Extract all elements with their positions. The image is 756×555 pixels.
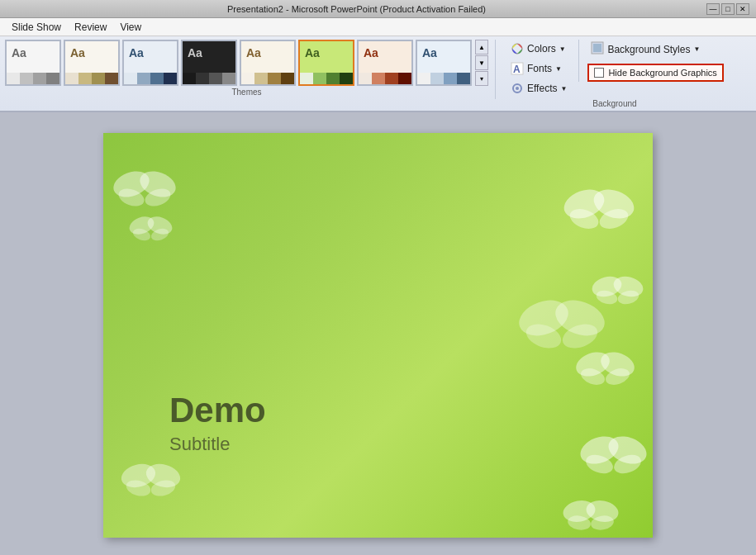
- effects-dropdown-icon: ▼: [560, 85, 567, 92]
- bg-styles-group: Background Styles ▼ Hide Background Grap…: [578, 40, 723, 82]
- colors-icon: [511, 42, 524, 55]
- slide-subtitle[interactable]: Subtitle: [169, 434, 266, 455]
- background-label: Background: [506, 97, 724, 111]
- theme-thumb-2[interactable]: Aa: [64, 40, 120, 86]
- theme-thumb-5[interactable]: Aa: [240, 40, 296, 86]
- main-area: Demo Subtitle: [0, 112, 756, 555]
- title-bar: Presentation2 - Microsoft PowerPoint (Pr…: [0, 0, 756, 18]
- theme-thumb-4[interactable]: Aa: [181, 40, 237, 86]
- theme-thumb-6[interactable]: Aa: [298, 40, 354, 86]
- bg-styles-label: Background Styles: [607, 44, 690, 55]
- theme-thumb-8[interactable]: Aa: [416, 40, 472, 86]
- hide-bg-button[interactable]: Hide Background Graphics: [587, 64, 723, 82]
- maximize-button[interactable]: □: [721, 3, 735, 15]
- menu-view[interactable]: View: [113, 20, 148, 35]
- background-section: Colors ▼ A Fonts ▼: [499, 40, 724, 111]
- theme-thumb-1[interactable]: Aa: [5, 40, 61, 86]
- scroll-more-button[interactable]: ▾: [475, 71, 488, 86]
- menu-bar: Slide Show Review View: [0, 18, 756, 36]
- scroll-up-button[interactable]: ▲: [475, 40, 488, 55]
- svg-rect-6: [593, 44, 601, 52]
- ribbon: Aa Aa: [0, 36, 756, 112]
- effects-label: Effects: [527, 83, 557, 94]
- colors-button[interactable]: Colors ▼: [506, 40, 572, 58]
- fonts-icon: A: [511, 62, 524, 75]
- hide-bg-checkbox[interactable]: [594, 68, 604, 78]
- title-bar-text: Presentation2 - Microsoft PowerPoint (Pr…: [7, 4, 706, 14]
- menu-review[interactable]: Review: [68, 20, 113, 35]
- themes-label: Themes: [5, 86, 488, 99]
- slide-title[interactable]: Demo: [169, 391, 266, 430]
- bg-styles-icon: [591, 41, 604, 57]
- svg-text:A: A: [513, 64, 521, 75]
- effects-icon: [511, 82, 524, 95]
- menu-slideshow[interactable]: Slide Show: [5, 20, 68, 35]
- colors-label: Colors: [527, 43, 556, 55]
- fonts-button[interactable]: A Fonts ▼: [506, 59, 572, 78]
- theme-thumb-7[interactable]: Aa: [357, 40, 413, 86]
- colors-dropdown-icon: ▼: [559, 45, 566, 53]
- svg-point-4: [516, 87, 519, 90]
- themes-section: Aa Aa: [5, 40, 496, 99]
- fonts-label: Fonts: [527, 63, 552, 74]
- bg-styles-dropdown-icon: ▼: [693, 45, 700, 53]
- scroll-down-button[interactable]: ▼: [475, 55, 488, 70]
- minimize-button[interactable]: —: [706, 3, 720, 15]
- effects-button[interactable]: Effects ▼: [506, 79, 572, 97]
- bg-styles-button[interactable]: Background Styles ▼: [587, 40, 703, 59]
- close-button[interactable]: ✕: [736, 3, 749, 15]
- slide[interactable]: Demo Subtitle: [103, 133, 653, 538]
- cfe-group: Colors ▼ A Fonts ▼: [506, 40, 572, 97]
- slide-text-area: Demo Subtitle: [169, 391, 266, 455]
- fonts-dropdown-icon: ▼: [555, 65, 562, 73]
- themes-grid: Aa Aa: [5, 40, 472, 86]
- hide-bg-label: Hide Background Graphics: [608, 68, 716, 78]
- themes-scroll: ▲ ▼ ▾: [475, 40, 488, 86]
- theme-thumb-3[interactable]: Aa: [122, 40, 178, 86]
